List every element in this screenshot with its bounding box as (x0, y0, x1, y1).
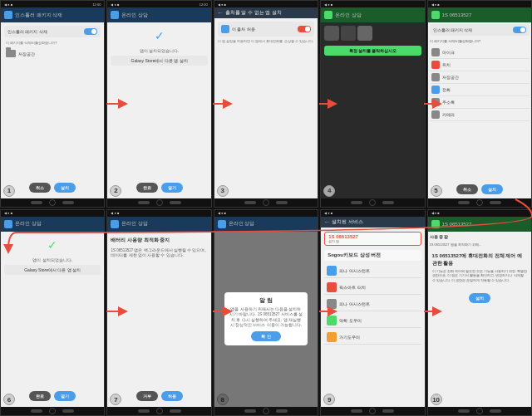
recents-btn-9[interactable] (382, 409, 394, 413)
nav-bar-8 (214, 407, 318, 415)
recents-btn-10[interactable] (490, 409, 501, 413)
perm-location: 위치 (430, 59, 530, 71)
galaxy-store-btn-2[interactable]: Galaxy Store에서 다른 앱 설치 (111, 56, 207, 66)
home-btn-10[interactable] (476, 408, 483, 414)
pixa-icon (327, 282, 337, 292)
perm-address: 주소록 (430, 96, 530, 109)
location-label: 위치 (442, 62, 451, 67)
home-btn-6[interactable] (49, 408, 56, 414)
home-btn-8[interactable] (263, 408, 269, 414)
home-btn-2[interactable] (156, 199, 163, 206)
recents-btn-2[interactable] (170, 201, 181, 204)
pixa-label: 픽스아트 터치 (339, 285, 365, 290)
recents-btn-8[interactable] (276, 409, 288, 413)
recents-btn-3[interactable] (276, 201, 288, 204)
app-icons-grid-4 (324, 26, 421, 41)
cancel-button-5[interactable]: 취소 (456, 184, 478, 194)
home-btn-5[interactable] (476, 199, 483, 206)
checkmark-6: ✓ (4, 235, 101, 255)
install-button-1[interactable]: 설치 (54, 183, 76, 193)
control-body-10: 이 기능은 전화 제어에 필요한 모든 기능을 사용하기 위한 특별한 권한으로… (432, 269, 527, 283)
toggle-3[interactable] (298, 26, 311, 32)
notif-bar-10: ◀ ● ■ (428, 210, 531, 217)
list-item-pina2: 피나 어시스턴트 (324, 297, 421, 311)
deny-button-7[interactable]: 거부 (136, 391, 158, 401)
ok-button-8[interactable]: 확 인 (251, 331, 280, 341)
back-btn-2[interactable] (138, 201, 150, 204)
home-btn-9[interactable] (369, 408, 376, 414)
list-item-pixa: 픽스아트 터치 (324, 281, 421, 295)
back-btn-1[interactable] (31, 201, 42, 204)
grid-icon-3 (357, 26, 372, 41)
storage-label-5: 저장공간 (442, 75, 459, 80)
toggle-row-1: 인스톨러 패키지 삭제 (4, 26, 101, 37)
camera-label: 카메라 (442, 112, 455, 117)
control-title-10: 1S 06513527에 휴대전화의 전체 제어 에 관한 활용 (432, 252, 527, 267)
recents-btn-4[interactable] (382, 201, 394, 204)
notif-icons-1: ◀ ● ■ (4, 2, 12, 7)
done-button-2[interactable]: 완료 (136, 183, 158, 193)
btn-row-7: 거부 허용 (111, 389, 207, 404)
back-btn-6[interactable] (31, 409, 42, 413)
btn-row-2: 완료 열기 (111, 180, 207, 195)
header-6: 온라인 상담 (1, 217, 104, 232)
list-item-pina1: 피나 어시스턴트 (324, 264, 421, 278)
grid-icon-1 (324, 26, 339, 41)
home-btn-7[interactable] (156, 408, 163, 414)
header-4: 온라인 상담 (321, 7, 424, 22)
toggle-row-5: 인스톨러 패키지 삭제 (430, 24, 530, 36)
install-button-10[interactable]: 설치 (469, 293, 490, 303)
warning-3: 이 앱 설정을 허용하면 이 앱에서 휴대전화를 손상할 수 있습니다. (218, 39, 314, 44)
nav-bar-1 (1, 198, 104, 207)
header-title-2: 온라인 상담 (121, 12, 148, 19)
galaxy-store-btn-6[interactable]: Galaxy Store에서 다른 앱 설치 (4, 265, 101, 275)
app-icon-8 (218, 220, 226, 228)
home-btn-3[interactable] (263, 199, 269, 206)
battery-title-7: 배터리 사용량 최적화 중지 (111, 235, 207, 246)
cancel-button-1[interactable]: 취소 (29, 183, 51, 193)
step-number-3: 3 (217, 185, 229, 197)
done-button-6[interactable]: 완료 (29, 391, 51, 401)
install-button-5[interactable]: 설치 (481, 184, 503, 194)
back-btn-10[interactable] (458, 409, 470, 413)
recents-btn-7[interactable] (170, 409, 181, 413)
body-4: 특정 설치를 클릭하십시오 (321, 22, 424, 198)
pharm-icon (327, 316, 337, 325)
header-8: 온라인 상담 (214, 217, 318, 232)
nav-bar-3 (214, 198, 318, 207)
screen-7: ◀ ● ■ 온라인 상담 배터리 사용량 최적화 중지 1S 06513527 … (106, 209, 211, 417)
body-10: 사용 중 팝 1S 06513527 앱을 최적화기 위해... 1S 0651… (428, 232, 531, 408)
pina2-icon (327, 299, 337, 309)
mic-icon (431, 48, 440, 56)
back-btn-8[interactable] (244, 409, 256, 413)
app-icon-1 (4, 11, 12, 19)
perm-camera: 카메라 (430, 109, 530, 121)
location-icon (431, 61, 440, 69)
home-btn-1[interactable] (49, 199, 56, 206)
open-button-2[interactable]: 열기 (161, 183, 183, 193)
home-btn-4[interactable] (369, 199, 376, 206)
open-button-6[interactable]: 열기 (54, 391, 76, 401)
recents-btn-5[interactable] (490, 201, 501, 204)
screen-3: ◀ ● ■ ← 출처를 알 수 없는 앱 설치 이 출처 허용 이 앱 설정을 … (214, 0, 318, 208)
usage-label-10: 사용 중 팝 (430, 233, 530, 240)
notif-icons-5: ◀ ● ■ (431, 2, 440, 7)
recents-btn-6[interactable] (62, 409, 74, 413)
allow-button-7[interactable]: 허용 (161, 391, 183, 401)
control-section-10: 1S 06513527에 휴대전화의 전체 제어 에 관한 활용 이 기능은 전… (430, 250, 530, 286)
back-btn-9[interactable] (351, 409, 362, 413)
back-btn-4[interactable] (351, 201, 362, 204)
back-btn-3[interactable] (244, 201, 256, 204)
back-btn-7[interactable] (138, 409, 150, 413)
toggle-label-1: 인스톨러 패키지 삭제 (7, 29, 84, 34)
toggle-sub-1: 이 패키지를 삭제/비활성화합니까? (4, 40, 101, 46)
nav-bar-4 (321, 198, 424, 207)
callout-4[interactable]: 특정 설치를 클릭하십시오 (324, 46, 421, 56)
goto-icon (327, 332, 337, 342)
recents-btn-1[interactable] (62, 201, 74, 204)
toggle-switch-5[interactable] (513, 27, 526, 33)
back-btn-5[interactable] (458, 201, 470, 204)
notif-icons-7: ◀ ● ■ (111, 211, 119, 215)
phone-label: 전화 (442, 87, 451, 92)
toggle-switch-1[interactable] (84, 28, 97, 35)
